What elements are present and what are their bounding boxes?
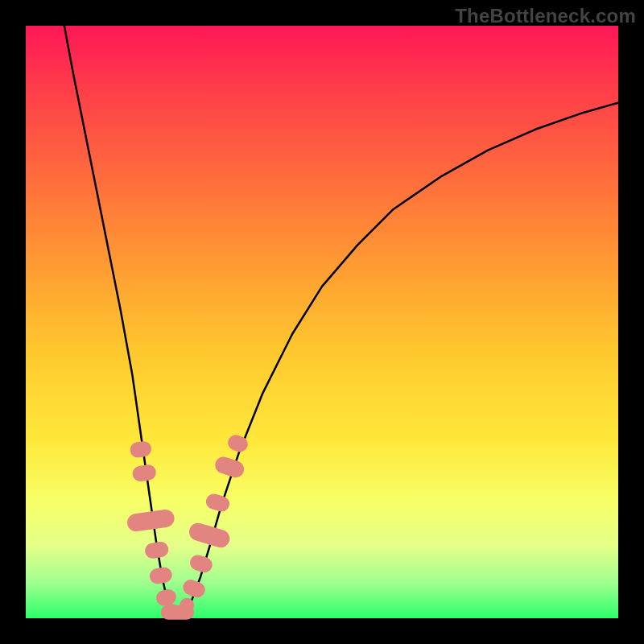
curve-marker [148, 566, 173, 584]
curve-marker [126, 508, 175, 532]
curve-marker [188, 553, 214, 574]
curve-marker [213, 455, 246, 480]
curve-marker [204, 492, 232, 513]
curve-marker [181, 577, 208, 600]
curve-marker [155, 588, 178, 607]
curve-marker [129, 440, 152, 459]
curve-marker [131, 464, 157, 482]
chart-svg [0, 0, 644, 644]
curve-marker [144, 540, 170, 559]
